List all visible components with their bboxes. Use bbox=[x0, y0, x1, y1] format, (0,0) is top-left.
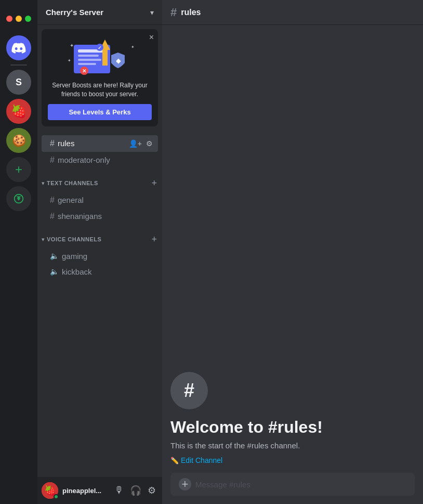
see-levels-perks-button[interactable]: See Levels & Perks bbox=[48, 104, 152, 120]
explore-icon[interactable] bbox=[6, 186, 31, 211]
hash-icon: # bbox=[50, 212, 55, 221]
channel-item-gaming[interactable]: 🔈 gaming bbox=[42, 249, 158, 264]
voice-channels-section: ▾ VOICE CHANNELS + bbox=[37, 225, 162, 248]
add-server-icon[interactable]: + bbox=[6, 157, 31, 182]
channel-header: # rules bbox=[162, 0, 423, 25]
boost-close-icon[interactable]: × bbox=[149, 33, 154, 42]
channel-header-hash-icon: # bbox=[170, 6, 177, 19]
channel-name-general: general bbox=[58, 196, 154, 204]
settings-icon[interactable]: ⚙ bbox=[145, 138, 154, 149]
edit-channel-link[interactable]: ✏️ Edit Channel bbox=[170, 456, 415, 464]
user-avatar: 🍓 bbox=[42, 482, 58, 499]
channel-list: # rules 👤+ ⚙ # moderator-only ▾ TEXT CHA… bbox=[37, 131, 162, 477]
boost-text: Server Boosts are here! Rally your frien… bbox=[48, 81, 152, 99]
channel-name-moderator-only: moderator-only bbox=[58, 156, 154, 164]
svg-text:✦: ✦ bbox=[131, 45, 135, 49]
channel-sidebar: Cherry's Server ▾ × ◆ ✦ ✦ ✦ bbox=[37, 0, 162, 504]
voice-channels-label[interactable]: VOICE CHANNELS bbox=[47, 236, 150, 242]
channel-header-name: rules bbox=[181, 8, 201, 17]
svg-rect-6 bbox=[78, 55, 99, 57]
message-add-icon[interactable]: + bbox=[179, 478, 191, 490]
channel-name-rules: rules bbox=[58, 139, 128, 148]
welcome-section: # Welcome to #rules! This is the start o… bbox=[170, 364, 415, 473]
svg-text:✦: ✦ bbox=[68, 58, 71, 63]
channel-item-rules[interactable]: # rules 👤+ ⚙ bbox=[42, 135, 158, 152]
svg-text:✕: ✕ bbox=[82, 68, 86, 74]
chat-area: # Welcome to #rules! This is the start o… bbox=[162, 25, 423, 504]
invite-icon[interactable]: 👤+ bbox=[128, 138, 143, 149]
main-content: # rules # Welcome to #rules! This is the… bbox=[162, 0, 423, 504]
welcome-description: This is the start of the #rules channel. bbox=[170, 441, 415, 450]
channel-item-shenanigans[interactable]: # shenanigans bbox=[42, 209, 158, 224]
user-bar: 🍓 pineapplel... 🎙 🎧 ⚙ bbox=[37, 477, 162, 504]
channel-name-shenanigans: shenanigans bbox=[58, 212, 154, 221]
username: pineapplel... bbox=[62, 487, 108, 495]
boost-popup: × ◆ ✦ ✦ ✦ ✕ bbox=[42, 29, 158, 126]
channel-actions: 👤+ ⚙ bbox=[128, 138, 154, 149]
welcome-hash-icon: # bbox=[184, 380, 194, 402]
strawberry-server-icon[interactable]: 🍓 bbox=[6, 99, 31, 124]
hash-icon: # bbox=[50, 196, 55, 205]
channel-name-kickback: kickback bbox=[62, 267, 154, 276]
chevron-down-icon: ▾ bbox=[150, 8, 154, 17]
svg-rect-7 bbox=[78, 59, 101, 61]
hash-icon: # bbox=[50, 139, 55, 148]
add-voice-channel-icon[interactable]: + bbox=[150, 233, 158, 246]
section-arrow: ▾ bbox=[42, 180, 45, 187]
server-sidebar: S 🍓 🍪 + bbox=[0, 0, 37, 504]
svg-text:🍓: 🍓 bbox=[11, 104, 27, 119]
svg-text:◆: ◆ bbox=[115, 57, 121, 64]
hash-icon: # bbox=[50, 156, 55, 165]
svg-text:✓: ✓ bbox=[98, 45, 102, 50]
maximize-button[interactable] bbox=[25, 16, 31, 22]
pencil-icon: ✏️ bbox=[170, 457, 179, 464]
section-arrow-voice: ▾ bbox=[42, 236, 45, 243]
minimize-button[interactable] bbox=[16, 16, 22, 22]
user-status-dot bbox=[54, 494, 59, 499]
cookie-server-icon[interactable]: 🍪 bbox=[6, 128, 31, 153]
channel-item-general[interactable]: # general bbox=[42, 192, 158, 208]
server-header[interactable]: Cherry's Server ▾ bbox=[37, 0, 162, 25]
text-channels-section: ▾ TEXT CHANNELS + bbox=[37, 169, 162, 192]
svg-text:✦: ✦ bbox=[70, 43, 74, 48]
close-button[interactable] bbox=[6, 16, 12, 22]
server-divider bbox=[10, 64, 27, 66]
speaker-icon: 🔈 bbox=[50, 252, 59, 260]
svg-rect-8 bbox=[78, 63, 96, 65]
s-server-icon[interactable]: S bbox=[6, 70, 31, 95]
headphones-icon[interactable]: 🎧 bbox=[128, 483, 143, 498]
add-server-label: + bbox=[15, 163, 22, 176]
server-name: Cherry's Server bbox=[46, 8, 150, 17]
channel-item-moderator-only[interactable]: # moderator-only bbox=[42, 152, 158, 168]
user-controls: 🎙 🎧 ⚙ bbox=[112, 483, 158, 498]
traffic-lights bbox=[2, 6, 35, 31]
message-bar: + bbox=[170, 473, 415, 496]
text-channels-label[interactable]: TEXT CHANNELS bbox=[47, 180, 150, 186]
add-text-channel-icon[interactable]: + bbox=[150, 177, 158, 190]
message-input[interactable] bbox=[195, 480, 406, 489]
welcome-hash-circle: # bbox=[170, 372, 208, 409]
svg-text:🍪: 🍪 bbox=[12, 134, 27, 148]
s-server-letter: S bbox=[16, 77, 22, 88]
microphone-icon[interactable]: 🎙 bbox=[112, 483, 126, 498]
speaker-icon: 🔈 bbox=[50, 267, 59, 276]
discord-home-icon[interactable] bbox=[6, 35, 31, 60]
channel-item-kickback[interactable]: 🔈 kickback bbox=[42, 264, 158, 279]
channel-name-gaming: gaming bbox=[62, 252, 154, 261]
edit-channel-label: Edit Channel bbox=[181, 456, 222, 464]
settings-icon[interactable]: ⚙ bbox=[146, 483, 158, 498]
boost-illustration: ◆ ✦ ✦ ✦ ✕ ✓ bbox=[48, 35, 152, 77]
welcome-title: Welcome to #rules! bbox=[170, 418, 415, 437]
